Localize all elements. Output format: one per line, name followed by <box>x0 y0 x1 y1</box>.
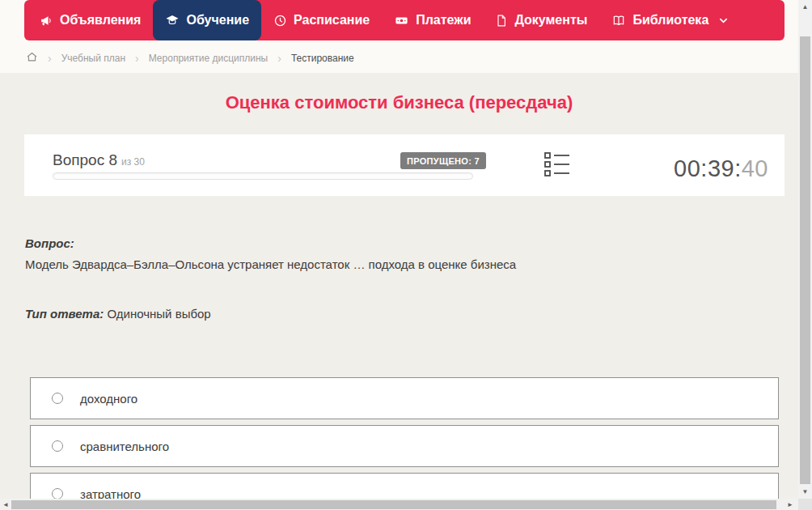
scrollbar-corner <box>798 499 812 510</box>
nav-item-label: Расписание <box>294 13 370 28</box>
nav-item-library[interactable]: Библиотека <box>599 0 741 40</box>
radio-icon[interactable] <box>52 488 63 499</box>
question-list-icon <box>544 152 570 180</box>
page-title: Оценка стоимости бизнеса (пересдача) <box>0 92 798 113</box>
answer-option-3[interactable]: затратного <box>30 473 779 499</box>
scroll-up-arrow-icon[interactable]: ▲ <box>798 0 812 14</box>
graduation-cap-icon <box>165 13 180 28</box>
breadcrumb: Учебный план Мероприятие дисциплины Тест… <box>26 50 354 66</box>
chevron-right-icon <box>135 52 139 65</box>
home-icon[interactable] <box>26 51 38 66</box>
nav-item-schedule[interactable]: Расписание <box>261 0 382 40</box>
page-viewport: Объявления Обучение Расписание Платежи Д… <box>0 0 798 499</box>
answer-option-1[interactable]: доходного <box>30 377 779 419</box>
question-header-card: Вопрос 8из 30 ПРОПУЩЕНО: 7 00:39:40 <box>24 134 785 196</box>
vertical-scrollbar-thumb[interactable] <box>800 36 810 484</box>
answer-type-value: Одиночный выбор <box>107 307 210 321</box>
book-icon <box>611 14 626 28</box>
nav-item-label: Платежи <box>416 13 471 28</box>
nav-item-documents[interactable]: Документы <box>483 0 599 40</box>
breadcrumb-item-discipline-event[interactable]: Мероприятие дисциплины <box>149 53 268 64</box>
answer-option-label: сравнительного <box>80 440 169 453</box>
timer-main: 00:39: <box>674 155 742 181</box>
timer: 00:39:40 <box>674 155 768 182</box>
nav-item-learning[interactable]: Обучение <box>153 0 261 40</box>
megaphone-icon <box>40 14 53 28</box>
question-number: Вопрос 8из 30 <box>53 151 145 169</box>
skipped-badge: ПРОПУЩЕНО: 7 <box>400 152 486 169</box>
chevron-right-icon <box>48 52 52 65</box>
horizontal-scrollbar-thumb[interactable] <box>11 500 776 509</box>
banknote-icon <box>394 14 409 28</box>
nav-item-label: Документы <box>514 13 587 28</box>
radio-icon[interactable] <box>52 440 63 452</box>
nav-item-announcements[interactable]: Объявления <box>27 0 153 40</box>
nav-item-label: Объявления <box>60 13 141 28</box>
breadcrumb-item-curriculum[interactable]: Учебный план <box>61 53 125 64</box>
timer-seconds: 40 <box>742 155 768 181</box>
clock-icon <box>273 14 287 28</box>
scroll-down-arrow-icon[interactable]: ▼ <box>798 485 812 499</box>
scroll-left-arrow-icon[interactable]: ◄ <box>0 499 11 510</box>
question-progress-bar <box>53 172 473 180</box>
answer-option-label: затратного <box>80 487 141 499</box>
radio-icon[interactable] <box>52 393 63 404</box>
main-navbar: Объявления Обучение Расписание Платежи Д… <box>24 0 785 40</box>
answer-type-label: Тип ответа: <box>25 307 104 321</box>
nav-item-label: Обучение <box>186 13 249 28</box>
answer-type: Тип ответа: Одиночный выбор <box>25 307 211 321</box>
answer-option-2[interactable]: сравнительного <box>30 425 779 467</box>
nav-item-payments[interactable]: Платежи <box>382 0 483 40</box>
question-total-label: из 30 <box>121 156 145 168</box>
scroll-right-arrow-icon[interactable]: ► <box>785 499 796 510</box>
chevron-right-icon <box>277 52 281 65</box>
answer-option-label: доходного <box>80 392 137 406</box>
vertical-scrollbar[interactable]: ▲ ▼ <box>798 0 812 499</box>
document-icon <box>495 14 508 28</box>
question-number-label: Вопрос 8 <box>53 151 117 168</box>
chevron-down-icon <box>718 15 729 26</box>
question-label: Вопрос: <box>25 236 74 250</box>
breadcrumb-item-testing: Тестирование <box>291 53 354 64</box>
question-list-button[interactable] <box>543 154 571 178</box>
horizontal-scrollbar[interactable]: ◄ ► <box>0 499 798 510</box>
question-text: Модель Эдвардса–Бэлла–Ольсона устраняет … <box>25 257 753 271</box>
nav-item-label: Библиотека <box>632 13 708 28</box>
